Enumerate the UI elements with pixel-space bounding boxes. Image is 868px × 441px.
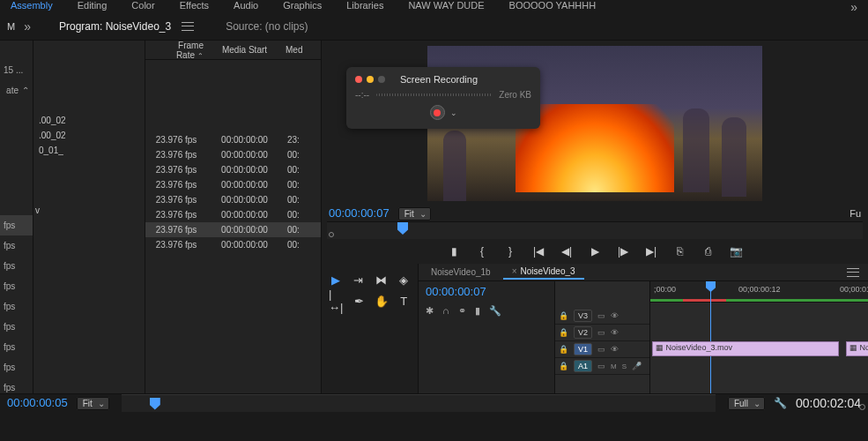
- hand-tool[interactable]: ✋: [375, 293, 389, 309]
- snap-icon[interactable]: ✱: [426, 305, 434, 317]
- clip-item[interactable]: [33, 173, 145, 188]
- fit-select[interactable]: Fit: [398, 208, 431, 219]
- table-row[interactable]: 23.976 fps00:00:00:0000:: [145, 237, 321, 252]
- col-frame-rate[interactable]: Frame Rate⌃: [145, 41, 207, 60]
- program-ruler[interactable]: [327, 221, 863, 239]
- clip-item[interactable]: .00_02: [33, 113, 145, 128]
- clip-item[interactable]: [33, 233, 145, 248]
- magnet-icon[interactable]: ∩: [442, 305, 449, 317]
- menu-graphics[interactable]: Graphics: [283, 0, 322, 11]
- lock-icon[interactable]: 🔒: [559, 362, 568, 370]
- eye-icon[interactable]: 👁: [611, 328, 619, 337]
- marker2-icon[interactable]: ▮: [475, 305, 480, 317]
- close-dot-icon[interactable]: [355, 76, 362, 83]
- settings-icon[interactable]: 🔧: [774, 397, 787, 409]
- mute-button[interactable]: M: [611, 363, 617, 370]
- step-back-button[interactable]: ◀|: [560, 244, 574, 258]
- marker-button[interactable]: ▮: [447, 244, 461, 258]
- timeline-clip[interactable]: ▦ NoiseVideo_3.mov: [652, 341, 839, 356]
- menu-overflow-icon[interactable]: »: [850, 0, 857, 14]
- table-row[interactable]: 23.976 fps00:00:00:0023:: [145, 132, 321, 147]
- wrench-icon[interactable]: 🔧: [489, 305, 501, 317]
- clip-item[interactable]: 0_01_: [33, 143, 145, 158]
- ripple-tool[interactable]: ⧓: [375, 272, 389, 288]
- min-dot-icon[interactable]: [367, 76, 374, 83]
- seq-tab-1[interactable]: NoiseVideo_1b: [422, 265, 500, 279]
- razor-tool[interactable]: ◈: [397, 272, 411, 288]
- in-button[interactable]: {: [475, 244, 489, 258]
- menu-audio[interactable]: Audio: [234, 0, 258, 11]
- footer-timecode[interactable]: 00:00:00:05: [7, 396, 68, 409]
- timeline-ruler[interactable]: ;00:00 00;00:00:12 00;00:01:00: [650, 281, 868, 303]
- rec-options-icon[interactable]: ⌄: [450, 108, 457, 117]
- footer-ruler[interactable]: [122, 394, 716, 412]
- table-row[interactable]: 23.976 fps00:00:00:0000:: [145, 162, 321, 177]
- table-row[interactable]: 23.976 fps00:00:00:0000:: [145, 192, 321, 207]
- pen-tool[interactable]: ✒: [352, 293, 365, 309]
- go-out-button[interactable]: ▶|: [644, 244, 658, 258]
- footer-playhead[interactable]: [150, 398, 160, 410]
- clip-item[interactable]: [33, 218, 145, 233]
- menu-custom2[interactable]: BOOOOO YAHHHH: [509, 0, 597, 11]
- clip-item[interactable]: .00_02: [33, 128, 145, 143]
- menu-editing[interactable]: Editing: [78, 0, 108, 11]
- extract-button[interactable]: ⎙: [701, 244, 715, 258]
- play-button[interactable]: ▶: [588, 244, 602, 258]
- record-button[interactable]: [430, 105, 445, 120]
- clip-item[interactable]: [33, 188, 145, 203]
- lock-icon[interactable]: 🔒: [559, 328, 568, 337]
- col-media-start[interactable]: Media Start: [207, 45, 282, 55]
- col-media-end[interactable]: Med: [282, 45, 317, 55]
- table-row[interactable]: 23.976 fps00:00:00:0000:: [145, 147, 321, 162]
- menu-color[interactable]: Color: [131, 0, 154, 11]
- table-row[interactable]: 23.976 fps00:00:00:0000:: [145, 222, 321, 237]
- timeline-playhead[interactable]: [710, 281, 711, 393]
- program-tab[interactable]: Program: NoiseVideo_3: [57, 20, 173, 33]
- solo-button[interactable]: S: [622, 363, 627, 370]
- program-timecode[interactable]: 00:00:00:07: [329, 206, 389, 220]
- lock-icon[interactable]: 🔒: [559, 345, 568, 354]
- type-tool[interactable]: T: [397, 293, 411, 309]
- seq-menu-icon[interactable]: [847, 268, 859, 277]
- track-v2[interactable]: 🔒 V2 ▭ 👁: [555, 325, 649, 341]
- sequence-timecode[interactable]: 00:00:00:07: [419, 281, 554, 302]
- footer-full-select[interactable]: Full: [728, 398, 765, 408]
- fx-icon[interactable]: ▭: [597, 328, 605, 337]
- fx-icon[interactable]: ▭: [597, 345, 605, 354]
- menu-custom1[interactable]: NAW WAY DUDE: [408, 0, 484, 11]
- clip-item[interactable]: v: [33, 203, 145, 218]
- go-in-button[interactable]: |◀: [531, 244, 545, 258]
- fx-icon[interactable]: ▭: [597, 362, 605, 370]
- timeline[interactable]: ;00:00 00;00:00:12 00;00:01:00 ▦ NoiseVi…: [650, 281, 868, 393]
- track-v3[interactable]: 🔒 V3 ▭ 👁: [555, 308, 649, 325]
- step-fwd-button[interactable]: |▶: [616, 244, 630, 258]
- fx-icon[interactable]: ▭: [597, 311, 605, 320]
- expand-icon[interactable]: »: [24, 19, 31, 34]
- eye-icon[interactable]: 👁: [611, 345, 619, 354]
- playhead-icon[interactable]: [397, 222, 408, 235]
- panel-menu-icon[interactable]: [182, 22, 194, 31]
- selection-tool[interactable]: ▶: [329, 272, 343, 288]
- slip-tool[interactable]: |↔|: [329, 293, 343, 309]
- clip-item[interactable]: [33, 158, 145, 173]
- link-icon[interactable]: ⚭: [458, 305, 466, 317]
- mic-icon[interactable]: 🎤: [632, 362, 642, 370]
- out-button[interactable]: }: [503, 244, 517, 258]
- menu-libraries[interactable]: Libraries: [346, 0, 383, 11]
- eye-icon[interactable]: 👁: [611, 311, 619, 320]
- source-tab[interactable]: Source: (no clips): [224, 20, 309, 33]
- menu-assembly[interactable]: Assembly: [11, 0, 53, 11]
- track-a1[interactable]: 🔒 A1 ▭ M S 🎤: [555, 358, 649, 375]
- table-row[interactable]: 23.976 fps00:00:00:0000:: [145, 207, 321, 222]
- menu-effects[interactable]: Effects: [180, 0, 209, 11]
- track-v1[interactable]: 🔒 V1 ▭ 👁: [555, 341, 649, 358]
- export-frame-button[interactable]: 📷: [729, 244, 743, 258]
- track-select-tool[interactable]: ⇥: [352, 272, 366, 288]
- max-dot-icon[interactable]: [378, 76, 385, 83]
- scroll-end-icon[interactable]: [859, 404, 865, 410]
- lock-icon[interactable]: 🔒: [559, 311, 568, 320]
- table-row[interactable]: 23.976 fps00:00:00:0000:: [145, 177, 321, 192]
- ate-row[interactable]: ate⌃: [0, 80, 33, 101]
- timeline-clip[interactable]: ▦ NoiseVic: [846, 341, 868, 356]
- footer-fit-select[interactable]: Fit: [77, 398, 109, 408]
